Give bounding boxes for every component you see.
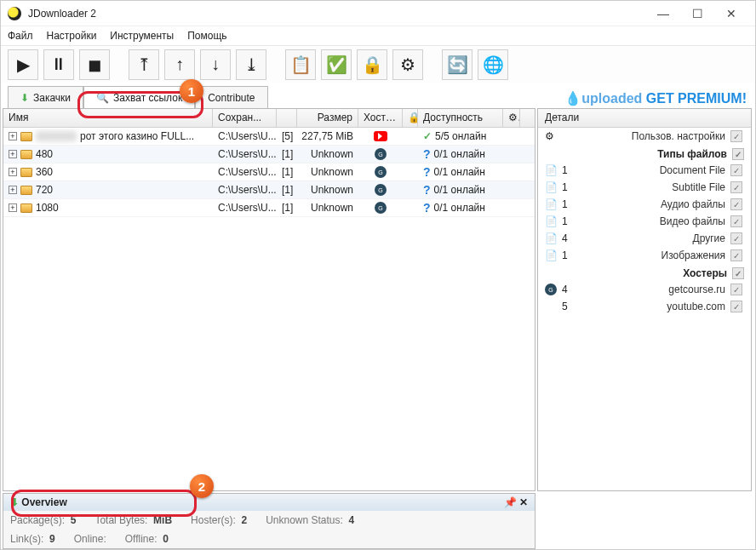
col-lock[interactable]: 🔒 <box>403 109 418 127</box>
col-size[interactable]: Размер <box>297 109 358 127</box>
filetype-checkbox[interactable]: ✓ <box>730 198 742 210</box>
play-button[interactable]: ▶ <box>8 49 38 80</box>
menu-tools[interactable]: Инструменты <box>110 30 174 42</box>
auto-start-button[interactable]: 🔒 <box>357 49 387 80</box>
getcourse-icon: G <box>375 166 387 178</box>
filetypes-title: Типы файлов✓ <box>538 145 751 162</box>
col-config-icon[interactable]: ⚙ <box>503 109 520 127</box>
toolbar: ▶ ⏸ ◼ ⤒ ↑ ↓ ⤓ 📋 ✅ 🔒 ⚙ 🔄 🌐 <box>1 45 755 83</box>
update-button[interactable]: 🔄 <box>442 49 472 80</box>
window-title: JDownloader 2 <box>28 8 646 20</box>
table-body: + рот этого казино FULL...C:\Users\U...[… <box>3 128 535 217</box>
hoster-checkbox[interactable]: ✓ <box>730 301 742 312</box>
user-settings-row: ⚙ Пользов. настройки ✓ <box>538 128 751 145</box>
filetype-row: 📄1Document File✓ <box>538 162 751 179</box>
col-avail[interactable]: Доступность <box>418 109 503 127</box>
getcourse-icon: G <box>375 148 387 160</box>
move-down-button[interactable]: ↓ <box>200 49 231 80</box>
stop-button[interactable]: ◼ <box>79 49 110 80</box>
close-button[interactable]: ✕ <box>714 3 748 24</box>
move-up-button[interactable]: ↑ <box>164 49 195 80</box>
table-row[interactable]: + 720C:\Users\U...[1]UnknownG? 0/1 онлай… <box>3 181 535 199</box>
table-row[interactable]: + 360C:\Users\U...[1]UnknownG? 0/1 онлай… <box>3 163 535 181</box>
status-unknown-icon: ? <box>423 147 431 161</box>
tab-contribute[interactable]: Contribute <box>195 86 267 108</box>
filetype-checkbox[interactable]: ✓ <box>730 249 742 261</box>
maximize-button[interactable]: ☐ <box>680 3 714 24</box>
table-header: Имя Сохран... Размер Хостер 🔒 Доступност… <box>3 109 535 128</box>
tabs-row: ⬇Закачки 🔍Захват ссылок Contribute 💧uplo… <box>1 83 755 108</box>
expand-icon[interactable]: + <box>9 132 17 140</box>
col-hoster[interactable]: Хостер <box>358 109 403 127</box>
expand-icon[interactable]: + <box>9 150 17 158</box>
folder-icon <box>20 186 32 195</box>
filetype-row: 📄1Видео файлы✓ <box>538 213 751 230</box>
filetype-icon: 📄 <box>545 249 562 261</box>
overview-panel: ⬇ Overview 📌 ✕ Package(s): 5 Total Bytes… <box>3 493 536 549</box>
table-row[interactable]: + 1080C:\Users\U...[1]UnknownG? 0/1 онла… <box>3 199 535 217</box>
menu-settings[interactable]: Настройки <box>47 30 97 42</box>
filetypes-list: 📄1Document File✓📄1Subtitle File✓📄1Аудио … <box>538 162 751 264</box>
filetype-row: 📄4Другие✓ <box>538 230 751 247</box>
pause-button[interactable]: ⏸ <box>43 49 74 80</box>
link-table: Имя Сохран... Размер Хостер 🔒 Доступност… <box>3 108 536 491</box>
expand-icon[interactable]: + <box>9 186 17 194</box>
move-top-button[interactable]: ⤒ <box>129 49 159 80</box>
filetype-checkbox[interactable]: ✓ <box>730 181 742 193</box>
filetype-icon: 📄 <box>545 215 562 227</box>
user-settings-checkbox[interactable]: ✓ <box>730 130 742 142</box>
col-name[interactable]: Имя <box>3 109 213 127</box>
filetype-checkbox[interactable]: ✓ <box>730 215 742 227</box>
expand-icon[interactable]: + <box>9 203 17 212</box>
reconnect-button[interactable]: 🌐 <box>478 49 508 80</box>
details-header: Детали <box>538 109 751 128</box>
getcourse-icon: G <box>375 184 387 196</box>
filetype-checkbox[interactable]: ✓ <box>730 164 742 176</box>
move-bottom-button[interactable]: ⤓ <box>236 49 266 80</box>
menu-help[interactable]: Помощь <box>187 30 226 42</box>
auto-confirm-button[interactable]: ✅ <box>321 49 352 80</box>
clipboard-button[interactable]: 📋 <box>285 49 316 80</box>
folder-icon <box>20 132 32 141</box>
hoster-checkbox[interactable]: ✓ <box>730 284 742 295</box>
menubar: Файл Настройки Инструменты Помощь <box>1 26 755 45</box>
expand-icon[interactable]: + <box>9 168 17 176</box>
filetype-icon: 📄 <box>545 198 562 210</box>
premium-banner[interactable]: 💧uploaded GET PREMIUM! <box>556 89 755 108</box>
getcourse-icon: G <box>545 284 557 295</box>
hosters-master-checkbox[interactable]: ✓ <box>732 267 744 279</box>
status-unknown-icon: ? <box>423 165 431 179</box>
status-ok-icon: ✓ <box>423 130 432 142</box>
overview-tools[interactable]: 📌 ✕ <box>504 496 528 508</box>
tab-linkgrabber[interactable]: 🔍Захват ссылок <box>83 86 195 108</box>
settings-button[interactable]: ⚙ <box>392 49 423 80</box>
filetype-icon: 📄 <box>545 164 562 176</box>
table-row[interactable]: + рот этого казино FULL...C:\Users\U...[… <box>3 128 535 146</box>
status-unknown-icon: ? <box>423 183 431 197</box>
hoster-row: G4getcourse.ru✓ <box>538 281 751 298</box>
folder-icon <box>20 203 32 213</box>
filetype-row: 📄1Изображения✓ <box>538 247 751 264</box>
filetypes-master-checkbox[interactable]: ✓ <box>732 148 744 160</box>
col-save[interactable]: Сохран... <box>213 109 277 127</box>
filetype-icon: 📄 <box>545 232 562 244</box>
col-count[interactable] <box>277 109 297 127</box>
titlebar: JDownloader 2 — ☐ ✕ <box>1 1 755 26</box>
overview-title: Overview <box>21 496 66 508</box>
youtube-icon <box>374 131 387 141</box>
getcourse-icon: G <box>375 202 387 214</box>
hosters-list: G4getcourse.ru✓5youtube.com✓ <box>538 281 751 315</box>
filetype-checkbox[interactable]: ✓ <box>730 232 742 244</box>
filetype-icon: 📄 <box>545 181 562 193</box>
hosters-title: Хостеры✓ <box>538 264 751 281</box>
filetype-row: 📄1Аудио файлы✓ <box>538 196 751 213</box>
menu-file[interactable]: Файл <box>8 30 33 42</box>
gear-icon: ⚙ <box>545 130 562 142</box>
tab-downloads[interactable]: ⬇Закачки <box>8 86 83 108</box>
filetype-row: 📄1Subtitle File✓ <box>538 179 751 196</box>
hoster-row: 5youtube.com✓ <box>538 298 751 315</box>
minimize-button[interactable]: — <box>646 3 680 24</box>
folder-icon <box>20 168 32 177</box>
folder-icon <box>20 150 32 159</box>
table-row[interactable]: + 480C:\Users\U...[1]UnknownG? 0/1 онлай… <box>3 146 535 163</box>
